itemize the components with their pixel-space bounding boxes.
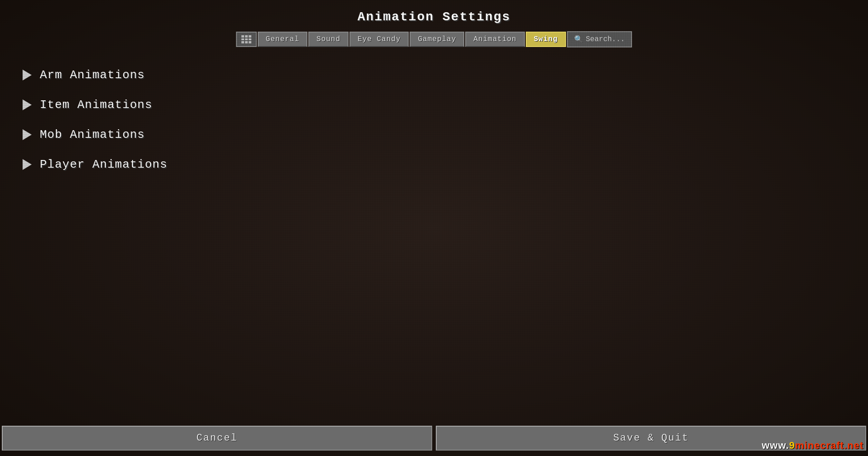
mob-animations-label: Mob Animations — [40, 128, 145, 141]
player-animations-label: Player Animations — [40, 158, 167, 171]
tab-animation[interactable]: Animation — [465, 32, 524, 47]
tab-bar: General Sound Eye Candy Gameplay Animati… — [0, 31, 868, 56]
section-item-player-animations[interactable]: Player Animations — [18, 150, 850, 179]
search-icon: 🔍 — [574, 35, 583, 44]
bottom-bar: Cancel Save & Quit — [0, 420, 868, 456]
section-item-mob-animations[interactable]: Mob Animations — [18, 120, 850, 150]
tab-general[interactable]: General — [258, 32, 307, 47]
arrow-icon-player — [23, 159, 32, 170]
watermark: www.9minecraft.net — [762, 440, 863, 451]
content-area: Arm Animations Item Animations Mob Anima… — [0, 56, 868, 184]
arrow-icon-arm — [23, 70, 32, 80]
item-animations-label: Item Animations — [40, 98, 152, 112]
tab-swing[interactable]: Swing — [526, 32, 566, 47]
arrow-icon-mob — [23, 129, 32, 140]
page-title: Animation Settings — [0, 0, 868, 31]
cancel-button[interactable]: Cancel — [2, 426, 432, 451]
tab-list-icon[interactable] — [236, 32, 257, 47]
tab-gameplay[interactable]: Gameplay — [410, 32, 464, 47]
tab-search-label: Search... — [586, 35, 625, 43]
tab-eye-candy[interactable]: Eye Candy — [349, 32, 409, 47]
arm-animations-label: Arm Animations — [40, 68, 145, 82]
tab-search[interactable]: 🔍 Search... — [567, 31, 632, 47]
list-icon — [241, 35, 251, 43]
section-item-item-animations[interactable]: Item Animations — [18, 90, 850, 120]
section-item-arm-animations[interactable]: Arm Animations — [18, 60, 850, 90]
tab-sound[interactable]: Sound — [308, 32, 349, 47]
arrow-icon-item — [23, 99, 32, 110]
